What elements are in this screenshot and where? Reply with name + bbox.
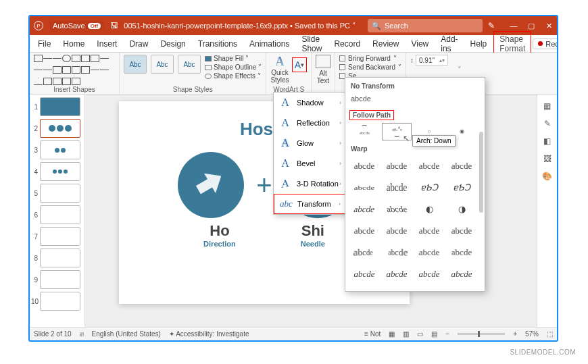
height-input[interactable]: ↕0.91"▴▾ [410,55,448,66]
shape-icon[interactable] [62,78,71,85]
close-button[interactable]: ✕ [545,22,553,30]
search-input[interactable] [385,22,466,30]
shape-icon[interactable] [34,55,43,62]
shape-icon[interactable] [91,55,99,62]
tab-draw[interactable]: Draw [124,36,153,51]
shape-icon[interactable] [43,78,52,85]
menu-item-shadow[interactable]: AShadow› [274,93,345,113]
save-icon[interactable]: 🖫 [110,21,118,30]
shape-icon[interactable] [72,66,80,74]
accessibility-status[interactable]: ✦ Accessibility: Investigate [169,330,249,338]
transform-preset-warp[interactable]: abcde [349,157,379,175]
shape-icon[interactable] [43,58,52,66]
transform-preset-warp[interactable]: abcde [382,265,412,283]
transform-preset-warp[interactable]: abcde [347,242,376,263]
transform-preset-warp[interactable]: abcde [412,245,446,262]
tab-home[interactable]: Home [57,36,90,51]
no-transform-option[interactable]: abcde [349,92,481,108]
shape-icon[interactable] [100,58,109,66]
view-slideshow-icon[interactable]: ▤ [431,330,437,338]
transform-preset-warp[interactable]: abcde [414,265,444,283]
slide-thumb[interactable]: 7 [31,227,83,246]
transform-preset-warp[interactable]: abcde [447,265,476,283]
bring-forward-button[interactable]: Bring Forward ˅ [339,55,401,62]
send-backward-button[interactable]: Send Backward ˅ [339,63,401,71]
shape-gallery[interactable] [34,55,115,85]
rail-icon[interactable]: ✎ [544,119,551,128]
transform-preset-warp[interactable]: abcde [347,201,382,218]
shape-icon[interactable] [34,70,43,77]
transform-preset-warp[interactable]: abcde [380,201,414,218]
transform-preset-warp[interactable]: abcde [382,222,412,240]
transform-preset-warp[interactable]: ɐƄƆ [447,179,476,197]
autosave-toggle[interactable]: AutoSave Off [49,21,105,30]
zoom-slider[interactable] [458,333,505,335]
style-preset[interactable]: Abc [178,55,201,74]
transform-preset-warp[interactable]: abcde [382,176,412,199]
shape-icon[interactable] [72,78,80,85]
gallery-scrollbar[interactable] [479,132,483,213]
shape-fill-button[interactable]: Shape Fill ˅ [205,55,262,62]
tab-view[interactable]: View [406,36,434,51]
rail-icon[interactable]: ◧ [543,136,551,146]
slide-thumb[interactable]: 10 [31,292,83,311]
menu-item-reflection[interactable]: AReflection› [274,113,345,133]
language-status[interactable]: English (United States) [92,330,161,338]
quick-styles-button[interactable]: AQuickStyles [270,55,289,84]
transform-preset-warp[interactable]: abcde [414,157,444,175]
search-box[interactable]: 🔍 [368,19,483,32]
minimize-button[interactable]: — [510,22,518,30]
transform-preset-warp[interactable]: abcde [349,182,379,194]
rail-icon[interactable]: 🖼 [543,154,552,163]
shape-icon[interactable] [72,55,80,62]
shape-effects-button[interactable]: Shape Effects ˅ [205,72,262,80]
slide-thumb[interactable]: 2 [31,119,83,138]
shape-icon[interactable] [81,66,90,74]
shape-icon[interactable] [53,58,62,66]
slide-thumb[interactable]: 1 [31,97,83,116]
notes-button[interactable]: ≡ Not [364,330,381,338]
rail-icon[interactable]: ▦ [543,101,551,111]
text-effects-button[interactable]: A▾ [292,57,307,72]
menu-item-glow[interactable]: AGlow› [274,133,345,153]
shape-icon[interactable] [91,70,99,77]
menu-item-transform[interactable]: abcTransform› [274,194,345,214]
transform-preset-warp[interactable]: abcde [385,242,414,263]
menu-item-3d-rotation[interactable]: A3-D Rotation› [274,174,345,194]
tab-record[interactable]: Record [328,36,366,51]
spelling-icon[interactable]: ⎚ [80,330,84,338]
transform-preset-warp[interactable]: abcde [445,243,479,260]
transform-preset-warp[interactable]: ◐ [414,201,444,218]
tab-insert[interactable]: Insert [91,36,122,51]
shape-outline-button[interactable]: Shape Outline ˅ [205,63,262,71]
transform-preset-warp[interactable]: abcde [349,265,379,283]
tab-design[interactable]: Design [155,36,191,51]
editing-mode-icon[interactable]: ✎ [488,21,495,30]
transform-preset-warp[interactable]: abcde [447,222,476,240]
tab-review[interactable]: Review [367,36,404,51]
shape-icon[interactable] [53,66,62,74]
shape-icon[interactable] [81,55,90,62]
style-preset[interactable]: Abc [151,55,174,74]
view-normal-icon[interactable]: ▦ [389,330,395,338]
shape-icon[interactable] [43,70,52,77]
shape-icon[interactable] [34,78,43,85]
record-button[interactable]: Record [533,38,558,49]
tab-animations[interactable]: Animations [244,36,295,51]
zoom-in-button[interactable]: + [513,330,517,338]
slide-thumb[interactable]: 3 [31,140,83,159]
view-reading-icon[interactable]: ▭ [417,330,423,338]
menu-item-bevel[interactable]: ABevel› [274,153,345,174]
shape-icon[interactable] [53,78,62,85]
tab-transitions[interactable]: Transitions [193,36,243,51]
shape-icon[interactable] [62,66,71,74]
transform-preset-warp[interactable]: abcde [382,157,412,175]
style-preset[interactable]: Abc [124,55,147,74]
transform-preset-warp[interactable]: abcde [447,157,476,175]
transform-preset-arch-up[interactable]: ⁀ᵃᵇᶜᵈᵉ [349,123,379,140]
zoom-out-button[interactable]: − [445,330,449,338]
slide-thumb[interactable]: 8 [31,249,83,267]
maximize-button[interactable]: ▢ [527,22,535,30]
tab-file[interactable]: File [32,36,56,51]
transform-preset-warp[interactable]: abcde [349,222,379,240]
